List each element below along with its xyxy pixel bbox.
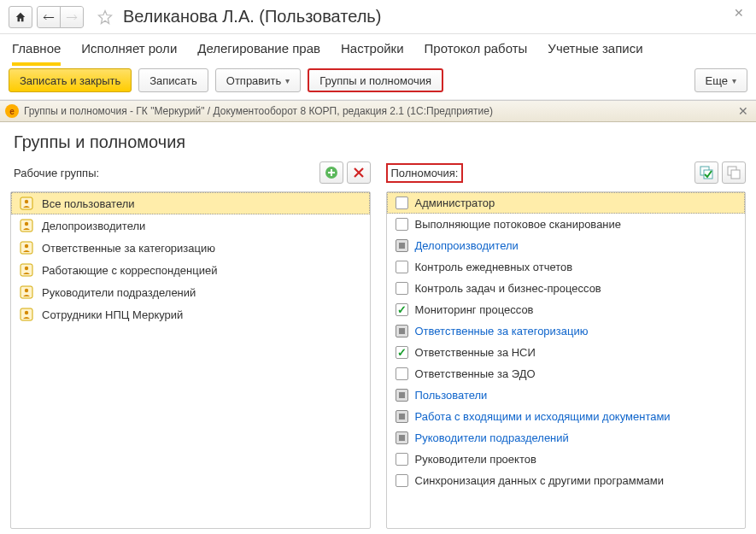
permission-label: Синхронизация данных с другими программа…	[415, 474, 665, 487]
svg-point-2	[25, 200, 28, 203]
svg-rect-16	[731, 170, 740, 179]
permission-row[interactable]: Контроль ежедневных отчетов	[387, 256, 746, 278]
permission-row[interactable]: Синхронизация данных с другими программа…	[387, 470, 746, 491]
permission-row[interactable]: Ответственные за ЭДО	[387, 363, 746, 384]
permission-row[interactable]: Работа с входящими и исходящими документ…	[387, 406, 746, 427]
home-button[interactable]	[9, 6, 32, 28]
chevron-down-icon: ▾	[732, 76, 736, 85]
uncheck-all-button[interactable]	[722, 161, 746, 184]
close-icon[interactable]: ✕	[734, 6, 744, 20]
svg-point-4	[25, 222, 28, 226]
more-button-label: Еще	[706, 74, 728, 87]
permission-checkbox[interactable]	[396, 218, 408, 231]
permission-checkbox[interactable]	[396, 410, 408, 423]
save-and-close-button[interactable]: Записать и закрыть	[9, 68, 132, 92]
permissions-label: Полномочия:	[386, 163, 464, 183]
tab-0[interactable]: Главное	[12, 38, 61, 66]
tabs-bar: ГлавноеИсполняет ролиДелегирование правН…	[0, 34, 756, 62]
permission-label[interactable]: Пользователи	[415, 389, 488, 402]
person-icon	[20, 285, 33, 299]
permission-checkbox[interactable]	[396, 303, 408, 316]
check-all-button[interactable]	[694, 161, 718, 184]
permission-label[interactable]: Ответственные за категоризацию	[415, 325, 589, 337]
groups-and-permissions-button[interactable]: Группы и полномочия	[308, 68, 443, 92]
permission-label: Руководители проектов	[415, 453, 536, 466]
permission-label[interactable]: Руководители подразделений	[415, 431, 569, 444]
workgroups-label: Рабочие группы:	[10, 165, 103, 181]
tab-1[interactable]: Исполняет роли	[81, 38, 177, 62]
person-icon	[20, 308, 33, 321]
back-button[interactable]: 🡐	[37, 6, 61, 28]
permission-label: Ответственные за ЭДО	[415, 367, 536, 380]
permission-checkbox[interactable]	[396, 453, 408, 466]
permission-row[interactable]: Делопроизводители	[387, 235, 746, 256]
forward-button[interactable]: 🡒	[60, 6, 84, 28]
permission-checkbox[interactable]	[396, 282, 408, 295]
chevron-down-icon: ▾	[285, 76, 290, 85]
permission-label: Мониторинг процессов	[415, 303, 534, 316]
send-button-label: Отправить	[226, 74, 281, 87]
subwindow-close-icon[interactable]: ✕	[735, 103, 751, 119]
add-group-button[interactable]	[319, 161, 343, 184]
permission-row[interactable]: Руководители подразделений	[387, 427, 746, 449]
permission-label: Контроль задач и бизнес-процессов	[415, 282, 601, 295]
person-icon	[20, 241, 33, 255]
permission-row[interactable]: Администратор	[387, 192, 746, 214]
group-row[interactable]: Делопроизводители	[11, 214, 370, 237]
permission-row[interactable]: Ответственные за НСИ	[387, 342, 746, 363]
permission-checkbox[interactable]	[396, 197, 408, 209]
permission-label[interactable]: Делопроизводители	[415, 239, 519, 252]
workgroups-list[interactable]: Все пользователиДелопроизводителиОтветст…	[10, 191, 371, 529]
svg-point-8	[25, 267, 28, 270]
group-row[interactable]: Все пользователи	[11, 192, 370, 214]
person-icon	[20, 219, 33, 232]
permission-label: Выполняющие потоковое сканирование	[415, 218, 622, 231]
group-label: Сотрудники НПЦ Меркурий	[42, 308, 183, 321]
permission-checkbox[interactable]	[396, 389, 408, 402]
send-button[interactable]: Отправить ▾	[215, 68, 301, 92]
tab-3[interactable]: Настройки	[341, 38, 404, 62]
save-button[interactable]: Записать	[138, 68, 208, 92]
group-label: Работающие с корреспонденцией	[42, 264, 217, 277]
permission-row[interactable]: Руководители проектов	[387, 449, 746, 470]
group-row[interactable]: Руководители подразделений	[11, 281, 370, 303]
permission-checkbox[interactable]	[396, 346, 408, 359]
delete-group-button[interactable]	[347, 161, 371, 184]
group-row[interactable]: Ответственные за категоризацию	[11, 237, 370, 259]
group-label: Ответственные за категоризацию	[42, 242, 215, 255]
permissions-list[interactable]: АдминистраторВыполняющие потоковое скани…	[386, 191, 747, 529]
permission-checkbox[interactable]	[396, 261, 408, 273]
person-icon	[20, 197, 33, 210]
group-row[interactable]: Сотрудники НПЦ Меркурий	[11, 303, 370, 326]
permission-label: Контроль ежедневных отчетов	[415, 261, 573, 273]
group-label: Все пользователи	[42, 197, 135, 210]
page-title: Великанова Л.А. (Пользователь)	[123, 7, 381, 26]
permission-row[interactable]: Пользователи	[387, 384, 746, 406]
svg-point-6	[25, 244, 28, 248]
subwindow-title: Группы и полномочия - ГК "Меркурий" / До…	[24, 105, 493, 117]
person-icon	[20, 263, 33, 277]
permission-row[interactable]: Мониторинг процессов	[387, 299, 746, 320]
tab-2[interactable]: Делегирование прав	[197, 38, 320, 62]
permission-row[interactable]: Контроль задач и бизнес-процессов	[387, 278, 746, 299]
permission-checkbox[interactable]	[396, 367, 408, 380]
app-1c-icon: e	[5, 104, 19, 118]
tab-5[interactable]: Учетные записи	[548, 38, 642, 62]
group-label: Делопроизводители	[42, 220, 145, 232]
subwindow-heading: Группы и полномочия	[0, 122, 756, 159]
group-row[interactable]: Работающие с корреспонденцией	[11, 259, 370, 281]
permission-label: Администратор	[415, 197, 495, 209]
permission-row[interactable]: Ответственные за категоризацию	[387, 320, 746, 342]
permission-checkbox[interactable]	[396, 474, 408, 487]
permission-checkbox[interactable]	[396, 325, 408, 337]
svg-point-12	[25, 311, 28, 314]
permission-checkbox[interactable]	[396, 239, 408, 252]
permission-label[interactable]: Работа с входящими и исходящими документ…	[415, 410, 671, 423]
more-button[interactable]: Еще ▾	[694, 68, 747, 92]
group-label: Руководители подразделений	[42, 286, 196, 299]
permission-label: Ответственные за НСИ	[415, 346, 536, 359]
tab-4[interactable]: Протокол работы	[425, 38, 528, 62]
permission-checkbox[interactable]	[396, 431, 408, 444]
permission-row[interactable]: Выполняющие потоковое сканирование	[387, 214, 746, 235]
favorite-star-icon[interactable]	[97, 9, 114, 26]
